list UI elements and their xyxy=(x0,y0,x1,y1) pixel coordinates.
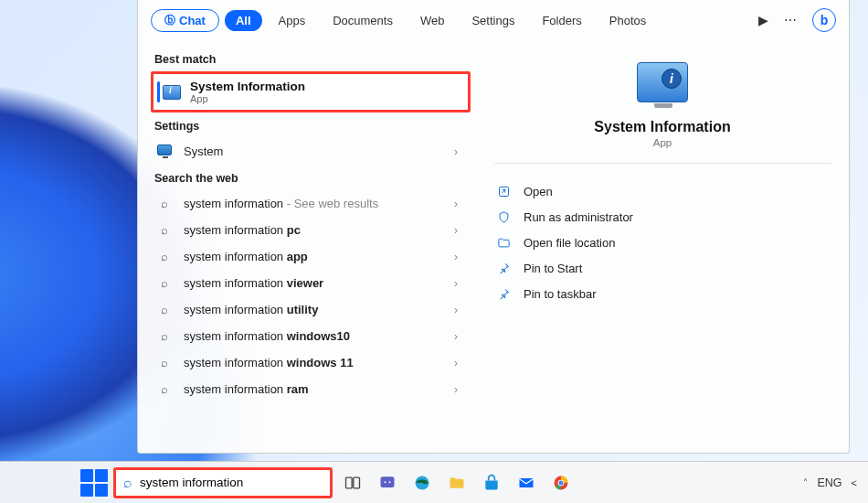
best-match-item[interactable]: System Information App xyxy=(151,71,471,112)
web-result-label: system information - See web results xyxy=(184,197,378,210)
bing-icon[interactable]: b xyxy=(812,8,836,32)
action-run-admin[interactable]: Run as administrator xyxy=(494,204,831,230)
pin-icon xyxy=(496,261,511,275)
action-label: Open xyxy=(524,185,553,198)
action-label: Pin to Start xyxy=(524,262,582,275)
action-open[interactable]: Open xyxy=(494,178,831,204)
chat-label: Chat xyxy=(179,14,206,27)
action-label: Open file location xyxy=(524,236,615,250)
mail-icon[interactable] xyxy=(512,468,541,498)
edge-icon[interactable] xyxy=(408,468,437,498)
chevron-right-icon: › xyxy=(454,304,458,316)
chevron-right-icon: › xyxy=(454,383,458,396)
web-result[interactable]: ⌕ system information windows10 › xyxy=(151,323,476,349)
svg-rect-3 xyxy=(381,476,395,487)
search-tabs: ⓑ Chat All Apps Documents Web Settings F… xyxy=(138,0,849,40)
tab-documents[interactable]: Documents xyxy=(322,10,404,31)
action-label: Pin to taskbar xyxy=(524,287,597,301)
web-result[interactable]: ⌕ system information - See web results › xyxy=(151,190,476,217)
chevron-right-icon: › xyxy=(454,330,458,343)
search-content: Best match System Information App Settin… xyxy=(138,40,849,453)
search-icon: ⌕ xyxy=(156,250,173,263)
system-information-large-icon: i xyxy=(637,62,688,102)
taskbar-search[interactable]: ⌕ xyxy=(113,467,333,498)
svg-point-5 xyxy=(389,481,391,483)
search-panel: ⓑ Chat All Apps Documents Web Settings F… xyxy=(137,0,850,454)
web-result-label: system information viewer xyxy=(184,276,323,290)
tray-overflow-icon[interactable]: ˄ xyxy=(803,477,808,487)
search-icon: ⌕ xyxy=(156,223,173,237)
best-match-title: System Information xyxy=(190,80,305,93)
open-icon xyxy=(496,184,511,198)
web-result[interactable]: ⌕ system information utility › xyxy=(151,296,476,323)
web-result[interactable]: ⌕ system information ram › xyxy=(151,376,476,402)
preview-column: i System Information App Open Run as adm… xyxy=(476,40,849,453)
web-result-label: system information utility xyxy=(184,303,318,316)
svg-point-10 xyxy=(559,480,564,485)
svg-point-4 xyxy=(385,481,386,483)
chevron-right-icon: › xyxy=(454,251,458,263)
action-open-location[interactable]: Open file location xyxy=(494,230,831,255)
system-information-icon xyxy=(163,85,181,100)
web-result[interactable]: ⌕ system information windows 11 › xyxy=(151,349,476,376)
web-result[interactable]: ⌕ system information app › xyxy=(151,243,476,270)
search-icon: ⌕ xyxy=(156,197,173,210)
svg-rect-1 xyxy=(346,477,353,488)
action-pin-start[interactable]: Pin to Start xyxy=(494,255,831,281)
web-result[interactable]: ⌕ system information viewer › xyxy=(151,270,476,296)
web-result-label: system information windows10 xyxy=(184,329,350,343)
task-view-icon[interactable] xyxy=(338,468,367,498)
display-icon xyxy=(156,144,173,158)
more-options-icon[interactable]: ⋯ xyxy=(779,13,801,27)
pin-icon xyxy=(496,286,511,301)
web-result[interactable]: ⌕ system information pc › xyxy=(151,217,476,243)
settings-result-system[interactable]: System › xyxy=(151,138,476,165)
preview-title: System Information xyxy=(594,119,730,135)
action-pin-taskbar[interactable]: Pin to taskbar xyxy=(494,281,831,306)
tab-settings[interactable]: Settings xyxy=(460,10,525,31)
preview-subtitle: App xyxy=(653,137,672,148)
tab-photos[interactable]: Photos xyxy=(598,10,657,31)
chevron-right-icon: › xyxy=(454,357,458,369)
chevron-right-icon: › xyxy=(454,224,458,237)
folder-icon xyxy=(496,235,511,250)
taskbar: ⌕ ˄ ENG < xyxy=(0,461,868,503)
more-tabs-play-icon[interactable]: ▶ xyxy=(752,13,774,27)
chevron-right-icon: › xyxy=(454,145,458,158)
web-result-label: system information app xyxy=(184,250,308,263)
chevron-right-icon: › xyxy=(454,277,458,290)
chevron-right-icon: › xyxy=(454,198,458,210)
search-icon: ⌕ xyxy=(156,303,173,316)
store-icon[interactable] xyxy=(477,468,506,498)
tab-folders[interactable]: Folders xyxy=(531,10,592,31)
search-icon: ⌕ xyxy=(156,382,173,396)
settings-heading: Settings xyxy=(154,120,476,133)
search-icon: ⌕ xyxy=(156,276,173,290)
best-match-subtitle: App xyxy=(190,93,305,104)
search-icon: ⌕ xyxy=(156,356,173,369)
action-label: Run as administrator xyxy=(524,210,633,224)
tab-all[interactable]: All xyxy=(225,10,262,31)
search-icon: ⌕ xyxy=(123,475,132,491)
ime-icon[interactable]: < xyxy=(852,477,857,488)
divider xyxy=(494,163,831,164)
svg-rect-7 xyxy=(520,478,534,487)
search-icon: ⌕ xyxy=(156,329,173,343)
tab-apps[interactable]: Apps xyxy=(268,10,317,31)
chat-app-icon[interactable] xyxy=(373,468,402,498)
shield-icon xyxy=(496,209,511,224)
chat-tab[interactable]: ⓑ Chat xyxy=(151,9,219,32)
explorer-icon[interactable] xyxy=(442,468,471,498)
web-result-label: system information windows 11 xyxy=(184,356,354,369)
best-match-heading: Best match xyxy=(154,53,476,66)
tab-web[interactable]: Web xyxy=(409,10,456,31)
svg-rect-2 xyxy=(354,477,360,488)
chrome-icon[interactable] xyxy=(546,468,576,498)
language-indicator[interactable]: ENG xyxy=(817,476,842,489)
web-result-label: system information ram xyxy=(184,382,309,396)
bing-chat-icon: ⓑ xyxy=(164,13,175,28)
settings-item-label: System xyxy=(184,144,223,158)
search-web-heading: Search the web xyxy=(154,172,476,185)
start-button[interactable] xyxy=(80,469,108,497)
search-input[interactable] xyxy=(140,476,323,489)
